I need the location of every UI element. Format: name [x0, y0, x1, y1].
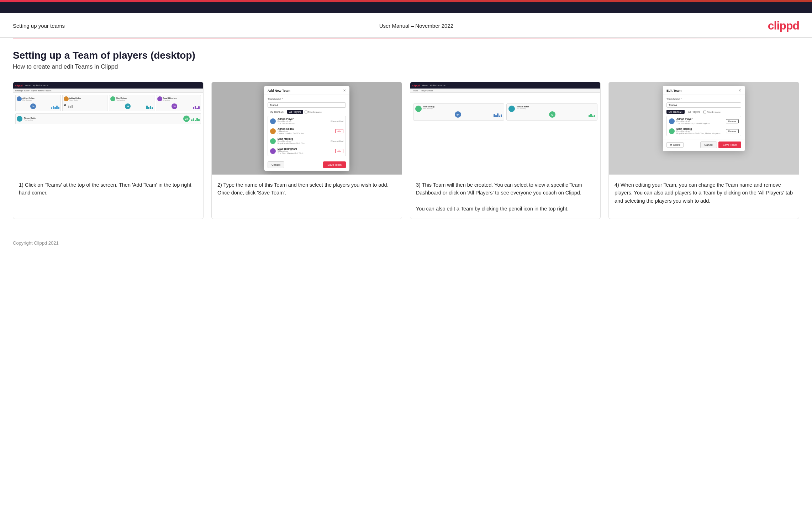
mock-filter-label: Filter by name	[305, 111, 322, 113]
mock-bar	[68, 106, 69, 108]
filter-text: Filter by name	[308, 111, 322, 113]
edit-save-button[interactable]: Save Team	[718, 142, 741, 148]
screenshot-2: Add New Team ✕ Team Name * My Team (2) A…	[212, 82, 402, 175]
mock-player-name-3: Blair McHarg	[278, 138, 329, 140]
mock-nav-perf-3: My Performance	[430, 84, 445, 86]
mock-detail-4: 5 Handicap	[163, 99, 177, 101]
mock-bar	[53, 106, 54, 109]
card-2-text: 2) Type the name of this Team and then s…	[212, 175, 402, 219]
mock-edit-player-row-2: Blair McHarg Plus HandicapRoyal North De…	[667, 126, 741, 136]
card-3-text: 3) This Team will then be created. You c…	[410, 175, 600, 219]
edit-filter-checkbox-icon[interactable]	[703, 111, 706, 113]
mock-player-row-2: Adrian Coliba 1 HandicapCentral London G…	[268, 126, 346, 136]
mock-score-1: 84	[30, 103, 36, 109]
mock-bar	[495, 115, 497, 117]
mock-name-3: Blair McHarg	[116, 97, 127, 99]
mock-modal-body: Team Name * My Team (2) All Players Filt…	[264, 95, 349, 159]
footer: Copyright Clippd 2021	[0, 238, 812, 249]
mock-edit-modal-footer: 🗑 Delete Cancel Save Team	[663, 139, 745, 151]
card-1: clippd Home My Performance Finding 6 out…	[13, 82, 204, 219]
mock-remove-player-btn-2[interactable]: Remove	[726, 129, 739, 133]
mock-bar	[196, 118, 198, 121]
card-1-text: 1) Click on 'Teams' at the top of the sc…	[13, 175, 203, 219]
mock-player-card-2: Adrian Collins Player Quality 0	[62, 95, 108, 111]
mock-modal-add: Add New Team ✕ Team Name * My Team (2) A…	[264, 86, 349, 171]
mock-edit-tabs: My Team (2) All Players Filter by name	[666, 110, 741, 114]
mock-name-4: Dave Billingham	[163, 97, 177, 99]
edit-cancel-button[interactable]: Cancel	[700, 142, 717, 148]
modal-delete-button[interactable]: 🗑 Delete	[666, 142, 684, 148]
mock-bars-team-1	[494, 113, 502, 117]
mock-name-1: Adrian Collins	[22, 97, 35, 99]
mock-edit-player-club-1: Plus HandicapThe Shire London, United Ki…	[676, 120, 724, 124]
mock-add-player-btn-2[interactable]: Add	[335, 129, 343, 133]
mock-players-grid: Adrian Collins Plus Handicap 84	[13, 93, 203, 113]
mock-bar	[195, 120, 196, 121]
mock-score-bottom: 72	[183, 116, 190, 122]
trash-icon: 🗑	[670, 144, 672, 146]
mock-modal-footer: Cancel Save Team	[264, 159, 349, 171]
mock-team-scores-1: 94	[423, 111, 502, 118]
filter-checkbox-icon[interactable]	[305, 111, 307, 113]
card-2: Add New Team ✕ Team Name * My Team (2) A…	[211, 82, 402, 219]
mock-edit-tab-all-players[interactable]: All Players	[686, 110, 702, 114]
mock-edit-filter-label: Filter by name	[703, 111, 721, 113]
mock-bars-bottom	[191, 117, 200, 121]
card-3: clippd Home My Performance Teams Player …	[410, 82, 601, 219]
mock-team-avatar-2	[508, 106, 515, 112]
mock-avatar-2	[64, 96, 69, 101]
screenshot-4: Edit Team ✕ Team Name * My Team (2) All …	[609, 82, 799, 175]
mock-score-3: 94	[125, 103, 131, 109]
mock-player-club-2: 1 HandicapCentral London Golf Centre	[278, 130, 333, 134]
modal-close-icon[interactable]: ✕	[343, 89, 346, 92]
mock-bars-1	[51, 105, 59, 109]
top-bar	[0, 0, 812, 13]
mock-player-avatar-1	[270, 118, 276, 124]
main-content: Setting up a Team of players (desktop) H…	[0, 38, 812, 238]
modal-cancel-button[interactable]: Cancel	[268, 161, 284, 168]
modal-save-button[interactable]: Save Team	[323, 161, 346, 168]
mock-edit-player-name-2: Blair McHarg	[676, 128, 724, 130]
mock-team-players-grid: Blair McHarg Plus Handicap 94	[410, 93, 600, 123]
mock-player-list: Adrian Player Plus HandicapThe Shire Lon…	[268, 116, 346, 156]
mock-tab-my-team[interactable]: My Team (2)	[268, 110, 286, 114]
mock-avatar-3	[110, 96, 115, 101]
mock-edit-player-name-1: Adrian Player	[676, 118, 724, 120]
mock-remove-player-btn-1[interactable]: Remove	[726, 119, 739, 123]
mock-score-badge-2: 72	[549, 111, 555, 118]
page-title: Setting up a Team of players (desktop)	[13, 50, 799, 61]
mock-subbar-text-3: Teams	[412, 90, 418, 92]
mock-app-1: clippd Home My Performance Finding 6 out…	[13, 82, 203, 175]
card-4-text: 4) When editing your Team, you can chang…	[609, 175, 799, 219]
header-logo: clippd	[768, 19, 799, 32]
mock-subbar-1: Finding 6 out of 4 players from All Play…	[13, 89, 203, 93]
mock-player-club-3: Plus HandicapRoyal North Devon Golf Club	[278, 140, 329, 144]
mock-nav-home-3: Home	[422, 84, 428, 86]
mock-edit-player-info-1: Adrian Player Plus HandicapThe Shire Lon…	[676, 118, 724, 124]
mock-bar	[191, 119, 193, 121]
mock-edit-team-name-input[interactable]	[666, 102, 741, 108]
mock-edit-avatar-1	[669, 118, 675, 124]
mock-player-club-1: Plus HandicapThe Shire London	[278, 120, 329, 124]
mock-bottom-player: Richard Butler Plus Handicap 72	[13, 113, 203, 126]
mock-player-status-3: Player Added	[331, 140, 343, 142]
mock-player-avatar-4	[270, 148, 276, 154]
mock-bar	[494, 114, 495, 117]
mock-edit-modal-title: Edit Team	[666, 89, 681, 92]
mock-team-player-info-2: Richard Butler Plus Handicap 72	[517, 106, 595, 118]
mock-subbar-text-1: Finding 6 out of 4 players from All Play…	[15, 90, 52, 92]
mock-team-name-input[interactable]	[268, 102, 346, 108]
modal-edit-action-buttons: Cancel Save Team	[700, 142, 741, 148]
mock-detail-3: Plus Handicap	[116, 99, 127, 101]
mock-add-player-btn-4[interactable]: Add	[335, 149, 343, 153]
mock-detail-2: Player Quality	[69, 99, 81, 101]
mock-bar	[150, 106, 151, 109]
mock-player-info-4: Dave Billingham 5 HandicapThe Stag Magin…	[278, 148, 333, 154]
mock-edit-tab-my-team[interactable]: My Team (2)	[666, 110, 685, 114]
mock-detail-bottom: Plus Handicap	[24, 119, 182, 121]
edit-modal-close-icon[interactable]: ✕	[738, 89, 741, 92]
mock-team-player-1: Blair McHarg Plus Handicap 94	[413, 103, 504, 121]
mock-tab-all-players[interactable]: All Players	[287, 110, 303, 114]
mock-bar	[198, 106, 200, 109]
mock-edit-player-row-1: Adrian Player Plus HandicapThe Shire Lon…	[667, 116, 741, 126]
